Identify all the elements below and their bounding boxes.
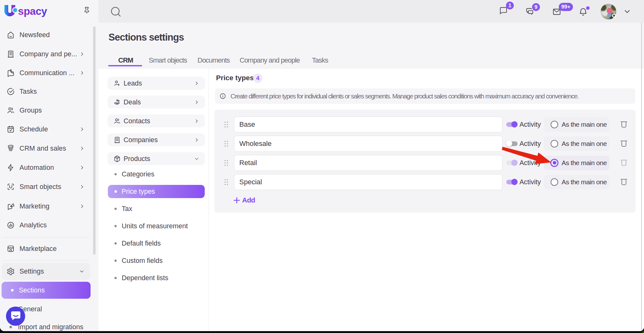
svg-text:spacy: spacy — [18, 5, 47, 17]
